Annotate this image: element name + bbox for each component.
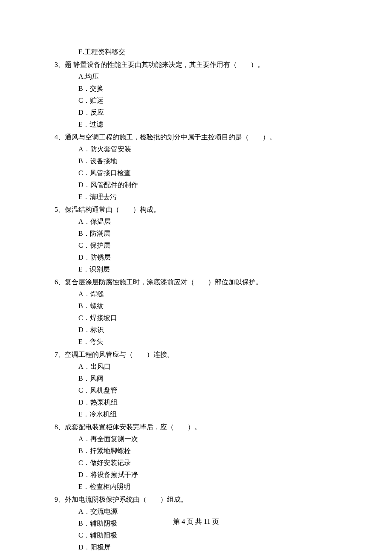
- question-text: 通风与空调工程的施工，检验批的划分中属于主控项目的是（ ）。: [65, 131, 276, 143]
- option: A．再全面复测一次: [78, 433, 341, 445]
- question-stem: 3、 题 静置设备的性能主要由其功能来决定，其主要作用有（ ）。: [55, 59, 341, 71]
- option: B．拧紧地脚螺栓: [78, 445, 341, 457]
- option: A．出风口: [78, 361, 341, 373]
- page-content: E.工程资料移交 3、 题 静置设备的性能主要由其功能来决定，其主要作用有（ ）…: [0, 0, 392, 555]
- question-5: 5、 保温结构通常由（ ）构成。 A．保温层 B．防潮层 C．保护层 D．防锈层…: [55, 204, 341, 275]
- question-stem: 9、 外加电流阴极保护系统由（ ）组成。: [55, 494, 341, 506]
- question-stem: 4、 通风与空调工程的施工，检验批的划分中属于主控项目的是（ ）。: [55, 131, 341, 143]
- question-number: 6、: [55, 276, 65, 288]
- option: D．标识: [78, 324, 341, 336]
- option: E．冷水机组: [78, 408, 341, 420]
- options-list: A．交流电源 B．辅助阴极 C．辅助阳极 D．阳极屏 E．参比电极: [55, 506, 341, 555]
- option: D．防锈层: [78, 251, 341, 263]
- question-number: 5、: [55, 204, 65, 216]
- question-number: 9、: [55, 494, 65, 506]
- question-8: 8、 成套配电装置柜体安装完毕后，应（ ）。 A．再全面复测一次 B．拧紧地脚螺…: [55, 421, 341, 493]
- option: B．风阀: [78, 373, 341, 384]
- options-list: A．再全面复测一次 B．拧紧地脚螺栓 C．做好安装记录 D．将设备擦拭干净 E．…: [55, 433, 341, 493]
- option: D．风管配件的制作: [78, 179, 341, 191]
- option: A．保温层: [78, 216, 341, 228]
- option: B．防潮层: [78, 228, 341, 240]
- option: A．防火套管安装: [78, 143, 341, 155]
- option: E．识别层: [78, 263, 341, 275]
- option: C．焊接坡口: [78, 312, 341, 324]
- option: E．参比电极: [78, 553, 341, 555]
- question-text: 复合层涂层防腐蚀施工时，涂底漆前应对（ ）部位加以保护。: [65, 276, 262, 288]
- options-list: A.均压 B．交换 C．贮运 D．反应 E．过滤: [55, 71, 341, 130]
- page-footer: 第 4 页 共 11 页: [0, 516, 392, 528]
- question-number: 4、: [55, 131, 65, 143]
- question-number: 3、: [55, 59, 65, 71]
- option: E．清理去污: [78, 191, 341, 203]
- question-4: 4、 通风与空调工程的施工，检验批的划分中属于主控项目的是（ ）。 A．防火套管…: [55, 131, 341, 203]
- question-text: 保温结构通常由（ ）构成。: [65, 204, 160, 216]
- option: C．贮运: [78, 95, 341, 107]
- option: B．螺纹: [78, 300, 341, 312]
- option: D．将设备擦拭干净: [78, 469, 341, 481]
- option: E．过滤: [78, 119, 341, 130]
- question-number: 7、: [55, 349, 65, 361]
- option: C．风管接口检查: [78, 167, 341, 179]
- question-3: 3、 题 静置设备的性能主要由其功能来决定，其主要作用有（ ）。 A.均压 B．…: [55, 59, 341, 130]
- question-stem: 6、 复合层涂层防腐蚀施工时，涂底漆前应对（ ）部位加以保护。: [55, 276, 341, 288]
- option: C．保护层: [78, 240, 341, 251]
- question-6: 6、 复合层涂层防腐蚀施工时，涂底漆前应对（ ）部位加以保护。 A．焊缝 B．螺…: [55, 276, 341, 348]
- carryover-option: E.工程资料移交: [55, 46, 341, 58]
- option: E．检查柜内照明: [78, 481, 341, 493]
- option: C．做好安装记录: [78, 457, 341, 469]
- options-list: A．出风口 B．风阀 C．风机盘管 D．热泵机组 E．冷水机组: [55, 361, 341, 420]
- question-text: 空调工程的风管应与（ ）连接。: [65, 349, 174, 361]
- option: A.均压: [78, 71, 341, 83]
- option: D．阳极屏: [78, 541, 341, 553]
- question-text: 题 静置设备的性能主要由其功能来决定，其主要作用有（ ）。: [65, 59, 264, 71]
- question-stem: 5、 保温结构通常由（ ）构成。: [55, 204, 341, 216]
- option: C．辅助阳极: [78, 529, 341, 541]
- question-7: 7、 空调工程的风管应与（ ）连接。 A．出风口 B．风阀 C．风机盘管 D．热…: [55, 349, 341, 420]
- option: B．设备接地: [78, 155, 341, 167]
- options-list: A．保温层 B．防潮层 C．保护层 D．防锈层 E．识别层: [55, 216, 341, 275]
- option: D．反应: [78, 107, 341, 119]
- options-list: A．焊缝 B．螺纹 C．焊接坡口 D．标识 E．弯头: [55, 288, 341, 348]
- option: A．焊缝: [78, 288, 341, 300]
- option: D．热泵机组: [78, 396, 341, 408]
- question-text: 外加电流阴极保护系统由（ ）组成。: [65, 494, 187, 506]
- option: B．交换: [78, 83, 341, 95]
- question-stem: 7、 空调工程的风管应与（ ）连接。: [55, 349, 341, 361]
- question-number: 8、: [55, 421, 65, 433]
- option: C．风机盘管: [78, 384, 341, 396]
- option: E．弯头: [78, 336, 341, 348]
- options-list: A．防火套管安装 B．设备接地 C．风管接口检查 D．风管配件的制作 E．清理去…: [55, 143, 341, 203]
- question-text: 成套配电装置柜体安装完毕后，应（ ）。: [65, 421, 201, 433]
- question-stem: 8、 成套配电装置柜体安装完毕后，应（ ）。: [55, 421, 341, 433]
